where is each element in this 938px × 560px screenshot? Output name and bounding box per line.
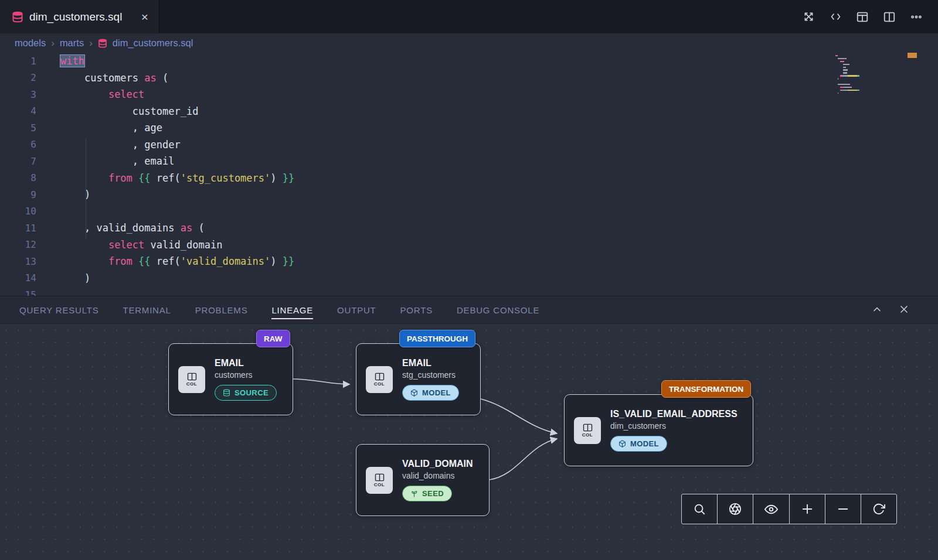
node-title: VALID_DOMAIN — [402, 459, 473, 469]
code-token — [60, 88, 108, 100]
code-line[interactable]: 6 , gender — [0, 136, 938, 153]
minimap-line — [835, 72, 900, 73]
code-token: select — [108, 88, 144, 100]
line-number[interactable]: 9 — [0, 189, 36, 200]
lineage-node-customers[interactable]: COL EMAIL customers SOURCE — [168, 343, 293, 415]
line-number[interactable]: 2 — [0, 72, 36, 83]
column-icon-label: COL — [186, 381, 197, 387]
minimap-line — [835, 58, 900, 59]
cube-icon — [410, 389, 418, 397]
panel-tab-ports[interactable]: PORTS — [400, 305, 433, 315]
minimap-line — [835, 69, 900, 70]
panel-tab-debug-console[interactable]: DEBUG CONSOLE — [457, 305, 539, 315]
panel-controls — [871, 296, 910, 325]
code-text: select — [60, 88, 144, 100]
line-number[interactable]: 12 — [0, 239, 36, 250]
close-panel-icon[interactable] — [898, 303, 910, 317]
visibility-button[interactable] — [753, 494, 789, 524]
code-token: customers — [84, 72, 144, 84]
column-icon: COL — [366, 467, 393, 494]
code-token: as — [181, 222, 192, 234]
tab-dim-customers-sql[interactable]: dim_customers.sql × — [0, 0, 159, 33]
code-line[interactable]: 9 ) — [0, 186, 938, 203]
code-text: , gender — [60, 139, 181, 151]
crossed-arrows-icon[interactable] — [800, 8, 817, 26]
badge-label: SOURCE — [235, 388, 269, 397]
code-line[interactable]: 3 select — [0, 86, 938, 103]
code-line[interactable]: 2 customers as ( — [0, 70, 938, 87]
minimap[interactable] — [835, 55, 900, 98]
lineage-node-dim-customers[interactable]: COL IS_VALID_EMAIL_ADDRESS dim_customers… — [564, 394, 753, 466]
line-number[interactable]: 3 — [0, 89, 36, 100]
line-number[interactable]: 10 — [0, 206, 36, 217]
table-panel-icon[interactable] — [854, 8, 871, 26]
code-token: select — [108, 239, 144, 251]
more-actions-icon[interactable] — [908, 8, 925, 26]
breadcrumb-models[interactable]: models — [15, 37, 46, 49]
model-badge[interactable]: MODEL — [402, 385, 459, 401]
code-text: with — [60, 55, 84, 67]
code-line[interactable]: 4 customer_id — [0, 103, 938, 120]
code-line[interactable]: 5 , age — [0, 119, 938, 136]
code-token: from — [108, 172, 132, 184]
code-line[interactable]: 1with — [0, 53, 938, 70]
panel-tab-terminal[interactable]: TERMINAL — [123, 305, 171, 315]
code-token — [60, 222, 84, 234]
minimap-line — [835, 75, 900, 76]
panel-tab-query-results[interactable]: QUERY RESULTS — [19, 305, 98, 315]
search-button[interactable] — [682, 494, 717, 524]
database-icon — [223, 389, 230, 397]
panel-tab-lineage[interactable]: LINEAGE — [271, 305, 313, 319]
tab-close-icon[interactable]: × — [139, 9, 151, 24]
indent-guide — [86, 138, 86, 239]
code-line[interactable]: 12 select valid_domain — [0, 237, 938, 254]
minimap-line — [835, 55, 900, 56]
code-token: {{ — [138, 255, 150, 267]
breadcrumb-marts[interactable]: marts — [60, 37, 84, 49]
minimap-line — [835, 61, 900, 62]
code-line[interactable]: 7 , email — [0, 153, 938, 170]
editor-tab-bar: dim_customers.sql × — [0, 0, 938, 33]
panel-tab-problems[interactable]: PROBLEMS — [195, 305, 248, 315]
chevron-up-icon[interactable] — [871, 303, 883, 317]
seed-badge[interactable]: SEED — [402, 486, 452, 501]
lineage-node-valid-domains[interactable]: COL VALID_DOMAIN valid_domains SEED — [356, 444, 490, 516]
lineage-node-stg-customers[interactable]: COL EMAIL stg_customers MODEL — [356, 343, 481, 415]
code-editor[interactable]: 1with2 customers as (3 select4 customer_… — [0, 53, 938, 296]
code-line[interactable]: 8 from {{ ref('stg_customers') }} — [0, 170, 938, 187]
line-number[interactable]: 15 — [0, 289, 36, 296]
breadcrumb-separator: › — [51, 37, 55, 49]
line-number[interactable]: 8 — [0, 172, 36, 183]
split-editor-icon[interactable] — [881, 8, 898, 26]
line-number[interactable]: 4 — [0, 105, 36, 117]
code-line[interactable]: 13 from {{ ref('valid_domains') }} — [0, 253, 938, 270]
code-line[interactable]: 14 ) — [0, 270, 938, 287]
panel-tab-output[interactable]: OUTPUT — [337, 305, 376, 315]
model-badge[interactable]: MODEL — [610, 436, 667, 452]
line-number[interactable]: 6 — [0, 139, 36, 150]
source-badge[interactable]: SOURCE — [215, 385, 277, 401]
code-line[interactable]: 10 — [0, 203, 938, 220]
minimap-line — [835, 95, 900, 96]
plus-icon — [801, 503, 814, 515]
line-number[interactable]: 5 — [0, 122, 36, 134]
code-text: , valid_domains as ( — [60, 222, 205, 234]
breadcrumb-file[interactable]: dim_customers.sql — [113, 37, 193, 49]
code-token — [60, 72, 84, 84]
code-line[interactable]: 15 — [0, 286, 938, 296]
refresh-button[interactable] — [861, 494, 896, 524]
line-number[interactable]: 13 — [0, 256, 36, 267]
code-token — [60, 139, 132, 151]
line-number[interactable]: 14 — [0, 272, 36, 284]
aperture-button[interactable] — [717, 494, 753, 524]
line-number[interactable]: 7 — [0, 156, 36, 167]
line-number[interactable]: 1 — [0, 56, 36, 67]
lineage-canvas[interactable]: COL EMAIL customers SOURCE RAW COL EMAIL… — [0, 324, 938, 560]
zoom-out-button[interactable] — [825, 494, 861, 524]
code-line[interactable]: 11 , valid_domains as ( — [0, 220, 938, 237]
line-number[interactable]: 11 — [0, 223, 36, 234]
zoom-in-button[interactable] — [789, 494, 825, 524]
code-preview-icon[interactable] — [827, 8, 844, 26]
node-title: EMAIL — [402, 358, 459, 368]
code-token — [60, 272, 84, 284]
